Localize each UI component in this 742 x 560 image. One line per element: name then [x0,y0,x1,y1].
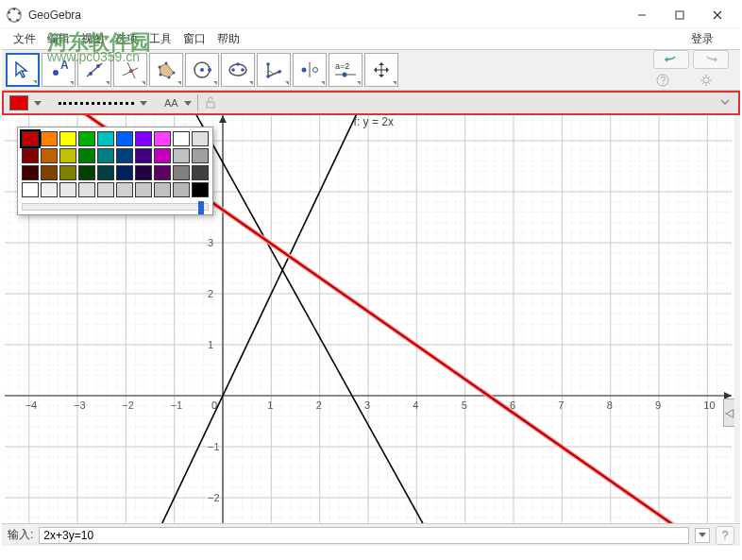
color-cell[interactable] [59,165,76,180]
input-field[interactable] [39,527,689,544]
color-cell[interactable] [116,131,133,146]
color-cell[interactable] [41,182,58,197]
move-view-tool[interactable] [364,53,398,87]
color-cell[interactable] [173,131,190,146]
color-dropdown-icon[interactable] [34,101,42,106]
opacity-slider[interactable] [22,203,209,211]
svg-line-51 [702,83,704,85]
line-style-dropdown-icon[interactable] [140,101,147,106]
color-cell[interactable] [97,182,114,197]
font-size-label[interactable]: AA [164,97,178,109]
color-cell[interactable] [78,182,95,197]
undo-button[interactable] [653,50,689,69]
color-cell[interactable] [192,148,209,163]
app-icon [6,7,23,24]
color-cell[interactable] [78,165,95,180]
svg-point-23 [159,66,161,69]
svg-point-32 [266,62,270,66]
stylebar-expand-icon[interactable] [719,96,733,110]
svg-point-28 [231,68,235,72]
svg-point-4 [8,18,11,21]
color-cell[interactable] [97,148,114,163]
color-cell[interactable] [22,165,39,180]
svg-text:4: 4 [413,399,418,411]
svg-point-19 [165,62,168,65]
color-cell[interactable] [41,131,58,146]
move-tool[interactable] [6,53,40,87]
color-cell[interactable] [135,165,152,180]
color-cell[interactable] [59,148,76,163]
svg-text:2: 2 [316,399,322,411]
color-cell[interactable] [192,182,209,197]
svg-text:−1: −1 [171,399,183,411]
svg-point-14 [96,64,100,68]
menu-help[interactable]: 帮助 [213,29,244,49]
color-cell[interactable] [135,182,152,197]
color-cell[interactable] [135,131,152,146]
menu-file[interactable]: 文件 [9,29,40,49]
input-history-dropdown[interactable] [695,528,710,543]
color-cell[interactable] [59,131,76,146]
color-cell[interactable] [22,148,39,163]
input-bar: 输入: ? [2,523,740,546]
svg-point-30 [236,62,240,66]
color-cell[interactable] [173,165,190,180]
ellipse-tool[interactable] [221,53,255,87]
polygon-tool[interactable] [149,53,183,87]
input-help-button[interactable]: ? [716,526,734,545]
color-cell[interactable] [154,165,171,180]
svg-rect-7 [676,11,683,19]
color-cell[interactable] [41,165,58,180]
help-icon[interactable]: ? [653,71,672,90]
font-size-dropdown-icon[interactable] [184,101,192,106]
svg-text:2: 2 [208,288,213,299]
svg-text:5: 5 [462,399,467,411]
color-cell[interactable] [135,148,152,163]
color-cell[interactable] [78,131,95,146]
slider-tool[interactable]: a=2 [329,53,363,87]
close-button[interactable] [699,4,736,26]
color-cell[interactable] [173,148,190,163]
slider-thumb[interactable] [198,201,204,214]
color-cell[interactable] [59,182,76,197]
style-bar: AA [2,91,740,115]
color-cell[interactable] [173,182,190,197]
svg-point-44 [703,77,709,83]
color-cell[interactable] [97,165,114,180]
svg-point-2 [18,11,21,14]
maximize-button[interactable] [661,4,699,26]
reflect-tool[interactable] [293,53,327,87]
color-cell[interactable] [97,131,114,146]
color-cell[interactable] [154,148,171,163]
svg-point-1 [13,8,16,10]
svg-text:−1: −1 [208,441,220,452]
color-cell[interactable] [192,131,209,146]
svg-point-26 [208,68,211,72]
svg-text:3: 3 [208,237,213,248]
menu-window[interactable]: 窗口 [179,29,210,49]
circle-tool[interactable] [185,53,219,87]
color-cell[interactable] [78,148,95,163]
color-cell[interactable] [192,165,209,180]
svg-point-31 [266,75,270,78]
color-cell[interactable] [154,131,171,146]
minimize-button[interactable] [623,4,661,26]
color-swatch[interactable] [9,95,28,110]
angle-tool[interactable] [257,53,291,87]
color-cell[interactable] [116,182,133,197]
menu-login[interactable]: 登录 [687,29,733,49]
color-cell[interactable] [22,131,39,146]
color-cell[interactable] [41,148,58,163]
color-picker-popup [17,127,213,215]
svg-point-39 [343,73,347,77]
color-cell[interactable] [116,148,133,163]
side-panel-toggle[interactable]: ◁ [723,399,734,427]
color-cell[interactable] [116,165,133,180]
color-cell[interactable] [22,182,39,197]
line-style-preview[interactable] [59,102,134,105]
color-cell[interactable] [154,182,171,197]
svg-text:−2: −2 [122,399,134,411]
settings-icon[interactable] [697,71,716,90]
redo-button[interactable] [693,50,729,69]
lock-icon[interactable] [204,95,217,111]
